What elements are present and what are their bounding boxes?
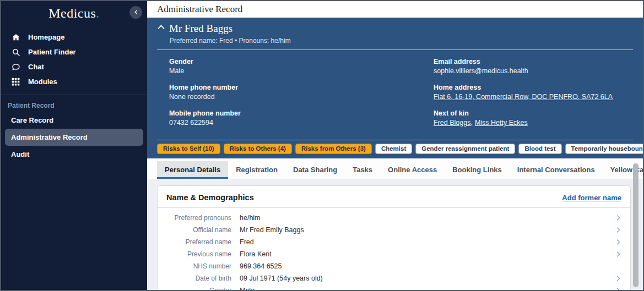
row-label: Preferred name <box>166 238 231 246</box>
patient-subtitle: Preferred name: Fred • Pronouns: he/him <box>170 37 633 45</box>
tab-online-access[interactable]: Online Access <box>380 161 445 179</box>
card-divider <box>158 207 630 208</box>
name-demographics-card: Name & Demographics Add former name Pref… <box>157 185 631 290</box>
field-gender: Gender Male <box>169 57 434 76</box>
tab-tasks[interactable]: Tasks <box>345 161 380 179</box>
chevron-right-icon[interactable] <box>614 251 621 257</box>
row-official-name[interactable]: Official name Mr Fred Emily Baggs <box>166 224 621 236</box>
badge-risks-to-others[interactable]: Risks to Others (4) <box>224 144 292 154</box>
field-label: Home address <box>434 83 633 92</box>
tab-booking-links[interactable]: Booking Links <box>445 161 510 179</box>
row-label: Official name <box>166 226 231 234</box>
page-header: Administrative Record <box>147 1 643 18</box>
badge-blood-test[interactable]: Blood test <box>518 144 561 154</box>
row-value: Flora Kent <box>240 250 614 258</box>
badge-risks-from-others[interactable]: Risks from Others (3) <box>295 144 372 154</box>
field-home-phone: Home phone number None recorded <box>169 83 434 102</box>
risk-badges-row: Risks to Self (10) Risks to Others (4) R… <box>157 140 633 158</box>
badge-temporarily-housebound[interactable]: Temporarily housebound <box>565 144 644 154</box>
card-title: Name & Demographics <box>166 193 254 202</box>
patient-details-grid: Gender Male Home phone number None recor… <box>157 50 633 135</box>
row-value: he/him <box>240 214 614 222</box>
field-label: Next of kin <box>434 109 633 118</box>
sidebar-section-title: Patient Record <box>1 95 147 112</box>
medicus-logo: Medicus. <box>48 6 100 21</box>
row-label: Date of birth <box>166 274 231 282</box>
row-value: 09 Jul 1971 (54y years old) <box>240 274 614 282</box>
row-value: Fred <box>240 238 614 246</box>
chevron-up-icon <box>157 24 165 32</box>
chevron-right-icon[interactable] <box>614 287 621 290</box>
sidebar-item-administrative-record[interactable]: Administrative Record <box>5 129 143 146</box>
field-value: 07432 622594 <box>169 118 434 128</box>
vertical-scrollbar[interactable] <box>633 163 638 287</box>
logo-row: Medicus. <box>1 1 147 25</box>
row-gender[interactable]: Gender Male <box>166 284 621 290</box>
chevron-right-icon[interactable] <box>614 275 621 282</box>
chevron-right-icon[interactable] <box>614 215 621 221</box>
tabs-bar: Personal Details Registration Data Shari… <box>147 158 643 179</box>
sidebar-item-care-record[interactable]: Care Record <box>1 112 147 129</box>
patient-name: Mr Fred Baggs <box>169 23 232 35</box>
row-value: Mr Fred Emily Baggs <box>240 226 614 234</box>
add-former-name-link[interactable]: Add former name <box>562 194 621 202</box>
home-icon <box>11 33 20 42</box>
nav-label: Modules <box>28 78 57 86</box>
grid-icon <box>11 78 20 86</box>
sidebar-nav: Homepage Patient Finder Chat Modules <box>1 30 147 89</box>
sidebar-item-patient-finder[interactable]: Patient Finder <box>1 45 147 59</box>
badge-chemist[interactable]: Chemist <box>375 144 412 154</box>
row-value: Male <box>240 287 614 290</box>
tab-internal-conversations[interactable]: Internal Conversations <box>510 161 603 179</box>
sidebar-collapse-button[interactable] <box>129 6 142 19</box>
field-value: Male <box>169 67 434 76</box>
chevron-right-icon[interactable] <box>614 227 621 233</box>
next-of-kin-separator: , <box>470 119 472 127</box>
banner-collapse-button[interactable] <box>157 23 165 32</box>
chevron-right-icon[interactable] <box>614 239 621 245</box>
sidebar-item-chat[interactable]: Chat <box>1 59 147 74</box>
page-title: Administrative Record <box>157 4 242 15</box>
next-of-kin-link[interactable]: Miss Hetty Eckes <box>475 119 528 127</box>
row-nhs-number: NHS number 969 364 6525 <box>166 260 621 272</box>
next-of-kin-link[interactable]: Fred Bloggs <box>434 119 470 127</box>
field-value: None recorded <box>169 92 434 102</box>
field-home-address: Home address Flat 6, 16-19, Commercial R… <box>434 83 633 102</box>
main-area: Administrative Record Mr Fred Baggs Pref… <box>147 1 643 290</box>
badge-gender-reassignment[interactable]: Gender reassignment patient <box>415 144 515 154</box>
field-value: sophie.villiers@medicus.health <box>434 67 633 76</box>
home-address-link[interactable]: Flat 6, 16-19, Commercial Row, DOC PENFR… <box>434 93 613 101</box>
sidebar-item-audit[interactable]: Audit <box>1 146 147 163</box>
tab-registration[interactable]: Registration <box>228 161 285 179</box>
badge-risks-to-self[interactable]: Risks to Self (10) <box>157 144 220 154</box>
row-label: Gender <box>166 287 231 290</box>
patient-banner: Mr Fred Baggs Preferred name: Fred • Pro… <box>147 18 643 158</box>
tab-personal-details[interactable]: Personal Details <box>157 161 228 179</box>
nav-label: Chat <box>28 63 44 71</box>
field-label: Email address <box>434 57 633 67</box>
logo-green-dot: . <box>96 6 100 20</box>
field-label: Gender <box>169 57 434 67</box>
tab-data-sharing[interactable]: Data Sharing <box>285 161 345 179</box>
row-previous-name[interactable]: Previous name Flora Kent <box>166 248 621 260</box>
field-label: Home phone number <box>169 83 434 92</box>
nav-label: Patient Finder <box>28 48 76 56</box>
search-icon <box>11 48 20 57</box>
chevron-left-icon <box>133 8 139 17</box>
row-date-of-birth[interactable]: Date of birth 09 Jul 1971 (54y years old… <box>166 272 621 284</box>
row-label: Preferred pronouns <box>166 214 231 222</box>
sidebar: Medicus. Homepage Patient Finder <box>1 1 147 290</box>
row-value: 969 364 6525 <box>240 262 614 270</box>
nav-label: Homepage <box>28 33 64 41</box>
sidebar-item-modules[interactable]: Modules <box>1 74 147 89</box>
row-preferred-name[interactable]: Preferred name Fred <box>166 236 621 248</box>
details-right-column: Email address sophie.villiers@medicus.he… <box>434 57 633 135</box>
tab-content: Name & Demographics Add former name Pref… <box>147 179 643 290</box>
row-preferred-pronouns[interactable]: Preferred pronouns he/him <box>166 212 621 224</box>
field-label: Mobile phone number <box>169 109 434 118</box>
app-window: Medicus. Homepage Patient Finder <box>0 0 644 291</box>
field-mobile-phone: Mobile phone number 07432 622594 <box>169 109 434 128</box>
sidebar-item-homepage[interactable]: Homepage <box>1 30 147 45</box>
row-label: Previous name <box>166 250 231 258</box>
field-email: Email address sophie.villiers@medicus.he… <box>434 57 633 76</box>
